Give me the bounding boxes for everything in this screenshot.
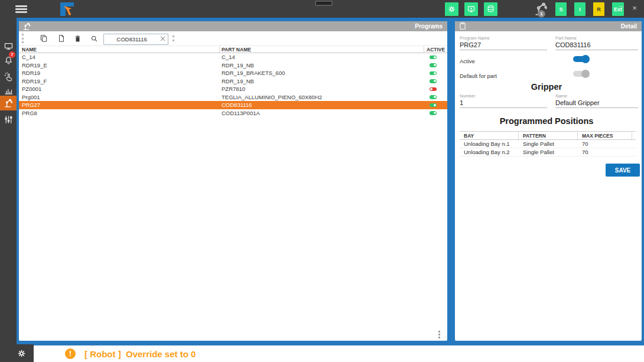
active-toggle[interactable] (430, 103, 437, 107)
program-name-cell: RDR19 (19, 70, 220, 76)
programs-panel-header: Programs (19, 21, 447, 31)
detail-panel-header: Detail (455, 21, 642, 31)
sidebar-item-monitor[interactable] (0, 39, 17, 53)
copy-button[interactable] (38, 34, 48, 44)
active-toggle[interactable] (430, 87, 437, 92)
active-label: Active (460, 58, 475, 64)
table-row[interactable]: RDR19_ERDR_19_NB (19, 61, 447, 70)
part-name-field[interactable] (555, 40, 638, 50)
robot-arm-icon (22, 22, 31, 31)
copy-icon (40, 34, 48, 43)
sidebar-item-parameters[interactable] (0, 112, 17, 126)
position-row[interactable]: Unloading Bay n.1Single Pallet70 (460, 140, 636, 148)
table-row[interactable]: C_14C_14 (19, 53, 447, 61)
table-row[interactable]: RDR19RDR_19_BRAKETS_600 (19, 69, 447, 77)
sidebar-item-programs[interactable] (0, 96, 17, 110)
save-button[interactable]: SAVE (606, 164, 640, 177)
max-pieces-cell: 70 (578, 149, 636, 155)
mode-button-s[interactable]: S (555, 2, 567, 16)
table-row[interactable]: RDR19_FRDR_19_NB (19, 77, 447, 86)
column-header-active[interactable]: ACTIVE (424, 46, 447, 53)
toggle-knob (581, 70, 590, 78)
gear-icon (447, 5, 456, 14)
menu-icon[interactable] (15, 5, 27, 13)
default-for-part-label: Default for part (460, 73, 497, 79)
robot-count-badge: 1 (538, 10, 545, 18)
program-name-cell: PZ0001 (19, 86, 220, 92)
program-name-cell: C_14 (19, 54, 220, 60)
bar-chart-icon (4, 86, 14, 96)
search-icon (90, 35, 98, 43)
panel-resize-handle[interactable] (438, 331, 440, 338)
delete-button[interactable] (73, 34, 83, 44)
database-button[interactable] (484, 2, 497, 16)
column-header-name[interactable]: NAME (19, 46, 220, 53)
active-toggle[interactable] (430, 95, 437, 99)
column-header-max-pieces[interactable]: MAX PIECES (578, 132, 632, 141)
bay-cell: Unloading Bay n.1 (460, 141, 519, 147)
gripper-name-field[interactable] (555, 98, 638, 108)
active-toggle[interactable] (573, 56, 589, 62)
part-name-cell: COD831116 (220, 102, 424, 108)
close-button[interactable]: × (630, 4, 639, 12)
robot-arm-icon (4, 98, 14, 108)
program-name-cell: RDR19_F (19, 78, 220, 84)
panel-title: Programs (415, 23, 443, 30)
column-header-part-name[interactable]: PART NAME (220, 46, 424, 53)
toolbar-overflow-handle[interactable] (173, 35, 174, 41)
titlebar: 1 SIRExt – × (0, 0, 644, 18)
mode-button-i[interactable]: I (574, 2, 586, 16)
active-toggle[interactable] (430, 56, 437, 60)
monitor-icon (4, 41, 14, 51)
active-toggle[interactable] (430, 79, 437, 83)
table-row[interactable]: PRG8COD113P001A (19, 109, 447, 118)
sidebar-item-manual-jog[interactable] (0, 70, 17, 84)
sliders-icon (4, 115, 14, 125)
column-header-bay[interactable]: BAY (460, 132, 519, 141)
window-drag-handle[interactable] (315, 1, 333, 6)
table-row[interactable]: PZ0001PZR7810 (19, 85, 447, 93)
toolbar-drag-handle[interactable] (22, 34, 24, 43)
active-toggle[interactable] (430, 63, 437, 67)
program-name-field[interactable] (460, 40, 547, 50)
table-row[interactable]: Prg001TEGLIA_ALLUMINIO_PIENO_60X80H2 (19, 93, 447, 102)
new-document-button[interactable] (56, 34, 66, 44)
positions-table: BAY PATTERN MAX PIECES Unloading Bay n.1… (460, 131, 636, 156)
status-message: [ Robot ] Override set to 0 (84, 349, 196, 359)
app-logo-icon (59, 1, 75, 17)
search-button[interactable] (89, 34, 99, 44)
warning-icon: ! (65, 348, 76, 359)
mode-button-r[interactable]: R (593, 2, 604, 16)
default-for-part-toggle[interactable] (573, 71, 589, 77)
sidebar-item-alarms[interactable]: 7 (0, 53, 17, 67)
alarm-count-badge: 7 (9, 51, 15, 58)
max-pieces-cell: 70 (578, 141, 636, 147)
pattern-cell: Single Pallet (519, 141, 578, 147)
display-button[interactable] (464, 2, 478, 16)
gripper-heading: Gripper (455, 82, 638, 92)
part-name-cell: COD113P001A (220, 110, 424, 116)
hand-jog-icon (4, 72, 14, 82)
part-name-cell: TEGLIA_ALLUMINIO_PIENO_60X80H2 (220, 94, 424, 100)
gripper-number-field[interactable] (460, 98, 547, 108)
pattern-cell: Single Pallet (519, 149, 578, 155)
gear-icon (17, 348, 27, 358)
program-name-cell: Prg001 (19, 94, 220, 100)
table-row[interactable]: PRG27COD831116 (19, 101, 447, 109)
clear-search-button[interactable] (159, 35, 167, 43)
display-icon (467, 5, 476, 14)
robot-status-indicator[interactable]: 1 (534, 1, 552, 17)
positions-table-body: Unloading Bay n.1Single Pallet70Unloadin… (460, 140, 636, 156)
sidebar-settings[interactable] (0, 344, 34, 362)
part-name-cell: RDR_19_BRAKETS_600 (220, 70, 424, 76)
program-name-cell: RDR19_E (19, 62, 220, 69)
active-toggle[interactable] (430, 71, 437, 76)
search-box (103, 33, 168, 44)
position-row[interactable]: Unloading Bay n.2Single Pallet70 (460, 148, 636, 156)
part-name-cell: PZR7810 (220, 86, 424, 92)
settings-gear-button[interactable] (445, 2, 458, 16)
bay-cell: Unloading Bay n.2 (460, 149, 519, 155)
minimize-button[interactable]: – (616, 1, 626, 11)
active-toggle[interactable] (430, 111, 437, 115)
column-header-pattern[interactable]: PATTERN (519, 132, 578, 141)
